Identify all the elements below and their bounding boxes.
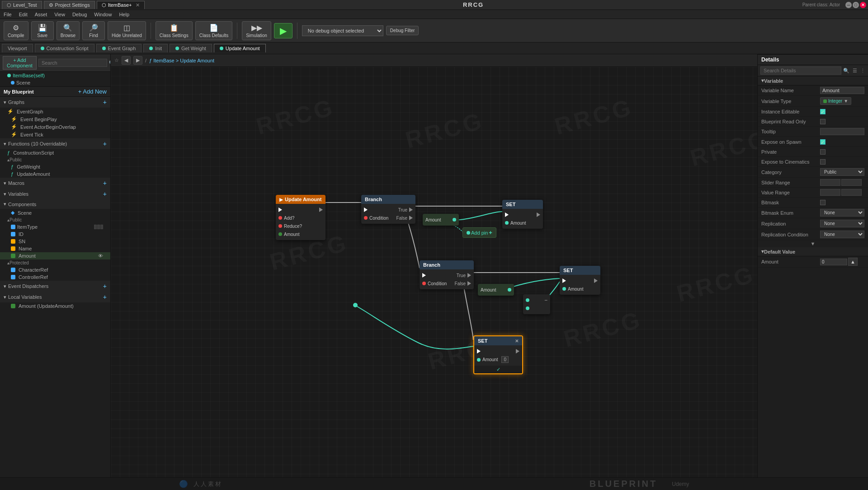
class-settings-button[interactable]: 📋 Class Settings <box>156 21 193 40</box>
controller-ref-var[interactable]: ControllerRef <box>0 273 110 281</box>
browse-button[interactable]: 🔍 Browse <box>57 21 80 40</box>
id-var[interactable]: ID <box>0 231 110 238</box>
update-amount-item[interactable]: ƒUpdateAmount <box>0 170 110 178</box>
sn-var[interactable]: SN <box>0 238 110 245</box>
default-value-header[interactable]: ▾ Default Value <box>758 247 868 256</box>
close-tab-icon[interactable]: ✕ <box>136 2 140 8</box>
category-select[interactable]: Public <box>820 168 864 176</box>
value-range-min[interactable] <box>820 189 840 196</box>
get-weight-item[interactable]: ƒGetWeight <box>0 163 110 170</box>
update-amount-node[interactable]: ▶ Update Amount Add? <box>276 195 326 240</box>
set3-close-icon[interactable]: ✕ <box>515 339 519 344</box>
tab-viewport[interactable]: Viewport <box>2 44 33 52</box>
construction-script-item[interactable]: ƒConstructionScript <box>0 149 110 156</box>
bookmark-icon[interactable]: ☆ <box>114 57 119 63</box>
default-amount-input[interactable] <box>820 259 847 265</box>
minus-node[interactable]: − <box>523 294 550 314</box>
tab-update-amount[interactable]: Update Amount <box>214 44 266 52</box>
add-new-button[interactable]: + Add New <box>78 88 107 95</box>
replication-expand[interactable]: ▼ <box>758 240 868 247</box>
bp-read-only-checkbox[interactable] <box>820 119 826 124</box>
value-range-max[interactable] <box>841 189 862 196</box>
actor-begin-overlap-item[interactable]: ⚡Event ActorBeginOverlap <box>0 123 110 131</box>
debug-object-select[interactable]: No debug object selected <box>302 25 383 36</box>
menu-help[interactable]: Help <box>119 12 129 17</box>
item-type-var[interactable]: ItemType <box>0 223 110 231</box>
amount1-node[interactable]: Amount <box>423 214 459 226</box>
forward-button[interactable]: ▶ <box>133 56 142 65</box>
menu-view[interactable]: View <box>54 12 65 17</box>
details-view-icon[interactable]: ☰ <box>853 68 857 74</box>
simulation-button[interactable]: ▶▶ Simulation <box>242 21 271 40</box>
branch1-node[interactable]: Branch True Condition <box>361 195 415 224</box>
details-search-icon[interactable]: 🔍 <box>843 68 849 74</box>
tab-item-base[interactable]: ⬡ ItemBase+ ✕ <box>97 1 145 9</box>
add-pin-plus[interactable]: + <box>489 229 492 236</box>
compile-button[interactable]: ⚙ Compile <box>4 21 28 40</box>
tooltip-input[interactable] <box>820 128 864 135</box>
component-search-input[interactable] <box>38 59 107 67</box>
private-checkbox[interactable] <box>820 149 826 155</box>
scene-item[interactable]: Scene <box>0 79 110 86</box>
add-graph-button[interactable]: + <box>103 99 107 106</box>
menu-edit[interactable]: Edit <box>19 12 28 17</box>
scene-var-item[interactable]: ◆Scene <box>0 209 110 217</box>
default-amount-up[interactable]: ▲ <box>848 258 858 266</box>
replication-select[interactable]: None <box>820 220 864 227</box>
blueprint-canvas[interactable]: RRCG RRCG RRCG RRCG RRCG RRCG RRCG RRCG <box>111 67 757 477</box>
replication-cond-select[interactable]: None <box>820 231 864 238</box>
bitmask-checkbox[interactable] <box>820 200 826 205</box>
name-var[interactable]: Name <box>0 245 110 252</box>
debug-filter-button[interactable]: Debug Filter <box>386 26 419 35</box>
local-amount-var[interactable]: Amount (UpdateAmount) <box>0 302 110 310</box>
amount-var[interactable]: Amount 👁 <box>0 252 110 259</box>
variable-section-header[interactable]: ▾ Variable <box>758 76 868 85</box>
character-ref-var[interactable]: CharacterRef <box>0 266 110 273</box>
add-macro-button[interactable]: + <box>103 179 107 187</box>
slider-range-min[interactable] <box>820 179 840 186</box>
tab-construction-script[interactable]: Construction Script <box>35 44 94 52</box>
add-local-var-button[interactable]: + <box>103 293 107 301</box>
add-variable-button[interactable]: + <box>103 190 107 198</box>
save-button[interactable]: 💾 Save <box>31 21 54 40</box>
menu-window[interactable]: Window <box>94 12 112 17</box>
details-search-input[interactable] <box>760 66 841 75</box>
bitmask-enum-select[interactable]: None <box>820 209 864 217</box>
tab-project-settings[interactable]: ⚙ Project Settings <box>44 1 95 9</box>
minimize-button[interactable]: ─ <box>845 2 852 8</box>
find-button[interactable]: 🔎 Find <box>82 21 105 40</box>
class-defaults-button[interactable]: 📄 Class Defaults <box>195 21 232 40</box>
event-tick-item[interactable]: ⚡Event Tick <box>0 131 110 138</box>
dispatchers-header[interactable]: ▾ Event Dispatchers + <box>0 281 110 292</box>
local-vars-header[interactable]: ▾ Local Variables + <box>0 292 110 302</box>
instance-editable-checkbox[interactable]: ✓ <box>820 109 826 114</box>
expose-spawn-checkbox[interactable]: ✓ <box>820 139 826 145</box>
set2-node[interactable]: SET Amount <box>560 266 600 295</box>
add-component-button[interactable]: + Add Component <box>3 56 37 70</box>
variable-name-input[interactable] <box>820 87 864 94</box>
maximize-button[interactable]: □ <box>853 2 859 8</box>
back-button[interactable]: ◀ <box>122 56 131 65</box>
hide-unrelated-button[interactable]: ◫ Hide Unrelated <box>108 21 146 40</box>
slider-range-max[interactable] <box>841 179 862 186</box>
menu-asset[interactable]: Asset <box>35 12 47 17</box>
close-button[interactable]: ✕ <box>860 2 866 8</box>
tab-event-graph[interactable]: Event Graph <box>96 44 142 52</box>
macros-header[interactable]: ▾ Macros + <box>0 178 110 188</box>
menu-debug[interactable]: Debug <box>72 12 87 17</box>
functions-header[interactable]: ▾ Functions (10 Overridable) + <box>0 138 110 149</box>
components-sub-header[interactable]: ▾ Components <box>0 199 110 209</box>
set1-node[interactable]: SET Amount <box>502 200 543 229</box>
amount2-node[interactable]: Amount <box>478 284 514 296</box>
begin-play-item[interactable]: ⚡Event BeginPlay <box>0 115 110 123</box>
tab-get-weight[interactable]: Get Weight <box>170 44 212 52</box>
add-function-button[interactable]: + <box>103 140 107 147</box>
branch2-node[interactable]: Branch True Condition <box>420 260 474 289</box>
variables-header[interactable]: ▾ Variables + <box>0 188 110 199</box>
set3-node[interactable]: SET ✕ Amount 0 <box>473 335 523 374</box>
menu-file[interactable]: File <box>4 12 12 17</box>
expose-cinematics-checkbox[interactable] <box>820 159 826 165</box>
tab-level-test[interactable]: ⬡ Level_Test <box>2 1 42 9</box>
details-grid-icon[interactable]: ⋮ <box>860 68 865 74</box>
add-dispatcher-button[interactable]: + <box>103 283 107 290</box>
